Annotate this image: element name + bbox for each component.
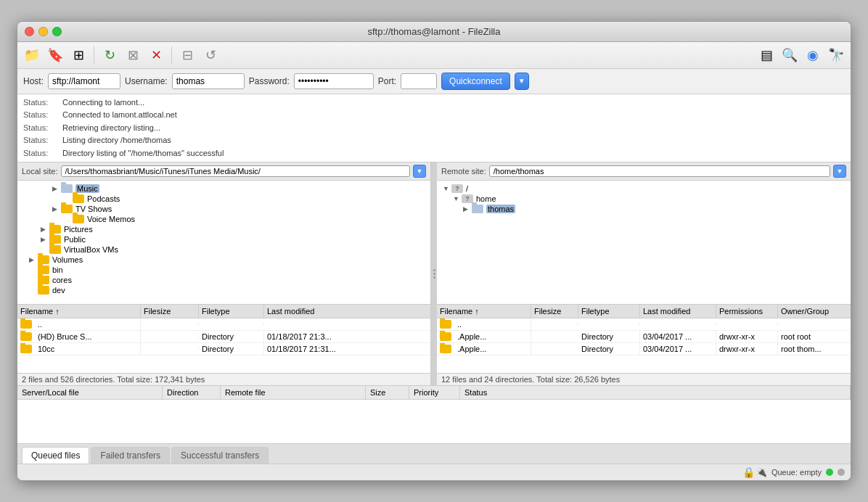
local-path-input[interactable] (61, 165, 410, 177)
status-key-2: Status: (23, 109, 60, 122)
bookmark-icon[interactable]: 🔖 (45, 45, 65, 65)
search-icon[interactable]: 🔍 (779, 45, 800, 65)
local-filesize-1 (141, 347, 199, 350)
local-col-filename[interactable]: Filename ↑ (17, 305, 141, 318)
local-parent-size (141, 323, 199, 326)
local-tree[interactable]: ▶ Music Podcasts ▶ TV Shows Vo (17, 181, 430, 304)
local-filename-0: (HD) Bruce S... (17, 331, 141, 342)
local-file-row-0[interactable]: (HD) Bruce S... Directory 01/18/2017 21:… (17, 331, 430, 343)
tree-item-root[interactable]: ▼ ? / (437, 184, 851, 194)
tree-item-podcasts[interactable]: Podcasts (17, 194, 430, 204)
status-line-3: Status: Retrieving directory listing... (23, 122, 845, 135)
tree-arrow-root: ▼ (443, 185, 451, 192)
local-file-list[interactable]: .. (HD) Bruce S... Directory 01/18/2017 … (17, 318, 430, 373)
binoculars-icon[interactable]: 🔭 (826, 45, 846, 65)
refresh-icon[interactable]: ↻ (99, 45, 120, 65)
tree-item-thomas[interactable]: ▶ thomas (437, 204, 851, 214)
remote-panel-header: Remote site: ▼ (437, 162, 851, 181)
port-input[interactable] (401, 73, 437, 89)
remote-col-owner[interactable]: Owner/Group (778, 305, 851, 318)
transfer-body (17, 400, 851, 443)
status-value-5: Directory listing of "/home/thomas" succ… (62, 147, 224, 160)
tree-item-virtualbox[interactable]: VirtualBox VMs (17, 244, 430, 255)
panel-divider[interactable] (431, 162, 437, 385)
reconnect-icon[interactable]: ↺ (200, 45, 221, 65)
tree-item-cores[interactable]: cores (17, 275, 430, 285)
view-icon[interactable]: ▤ (756, 45, 777, 65)
tree-label-pictures: Pictures (64, 225, 93, 234)
local-col-filetype[interactable]: Filetype (199, 305, 264, 318)
connection-status-icon: 🔌 (756, 467, 767, 477)
tree-item-dev[interactable]: dev (17, 285, 430, 295)
status-key-1: Status: (23, 96, 60, 110)
remote-perms-0: drwxr-xr-x (716, 331, 778, 342)
remote-owner-0: root root (778, 331, 851, 342)
quickconnect-dropdown[interactable]: ▼ (515, 73, 529, 90)
local-parent-modified (264, 323, 430, 326)
remote-col-filetype[interactable]: Filetype (578, 305, 640, 318)
tree-item-music[interactable]: ▶ Music (17, 184, 430, 194)
remote-filetype-0: Directory (578, 331, 640, 342)
quickconnect-button[interactable]: Quickconnect (441, 73, 510, 90)
open-icon[interactable]: 📁 (22, 45, 42, 65)
local-col-modified[interactable]: Last modified (264, 305, 430, 318)
remote-file-header: Filename ↑ Filesize Filetype Last modifi… (437, 304, 851, 318)
transfer-col-status[interactable]: Status (460, 386, 851, 399)
remote-col-permissions[interactable]: Permissions (716, 305, 778, 318)
tab-queued-files[interactable]: Queued files (22, 447, 89, 464)
stop-icon[interactable]: ⊠ (123, 45, 143, 65)
remote-tree[interactable]: ▼ ? / ▼ ? home ▶ thomas (437, 181, 851, 304)
remote-file-row-1[interactable]: .Apple... Directory 03/04/2017 ... drwxr… (437, 343, 851, 355)
status-line-4: Status: Listing directory /home/thomas (23, 134, 845, 147)
tree-label-music: Music (75, 184, 99, 193)
transfer-col-size[interactable]: Size (366, 386, 409, 399)
disconnect-icon[interactable]: ⊟ (177, 45, 197, 65)
local-file-row-1[interactable]: 10cc Directory 01/18/2017 21:31... (17, 343, 430, 355)
tab-failed-transfers[interactable]: Failed transfers (91, 447, 170, 464)
status-value-2: Connected to lamont.attlocal.net (62, 109, 177, 122)
local-file-row-parent[interactable]: .. (17, 318, 430, 331)
local-path-dropdown[interactable]: ▼ (413, 165, 426, 178)
transfer-col-remote[interactable]: Remote file (221, 386, 366, 399)
tree-item-pictures[interactable]: ▶ Pictures (17, 224, 430, 234)
close-button[interactable] (25, 27, 34, 36)
tree-arrow-public: ▶ (41, 236, 49, 243)
password-input[interactable] (294, 73, 374, 89)
tab-successful-transfers[interactable]: Successful transfers (171, 447, 269, 464)
tree-item-volumes[interactable]: ▶ Volumes (17, 255, 430, 265)
transfer-col-server[interactable]: Server/Local file (17, 386, 163, 399)
remote-path-dropdown[interactable]: ▼ (833, 165, 846, 178)
queue-status-label: Queue: empty (771, 468, 822, 477)
transfer-col-priority[interactable]: Priority (409, 386, 460, 399)
remote-parent-perms (716, 323, 778, 326)
tree-item-public[interactable]: ▶ Public (17, 234, 430, 244)
tree-item-bin[interactable]: bin (17, 265, 430, 275)
remote-col-filesize[interactable]: Filesize (531, 305, 578, 318)
tree-item-tvshows[interactable]: ▶ TV Shows (17, 204, 430, 214)
minimize-button[interactable] (38, 27, 48, 36)
maximize-button[interactable] (52, 27, 62, 36)
remote-file-list[interactable]: .. .Apple... Directory 03/04/2017 ... dr… (437, 318, 851, 373)
tree-arrow-home: ▼ (453, 195, 462, 202)
tree-item-home[interactable]: ▼ ? home (437, 194, 851, 204)
remote-path-input[interactable] (489, 165, 830, 177)
tree-label-root: / (466, 184, 468, 193)
transfer-col-direction[interactable]: Direction (163, 386, 221, 399)
tree-label-voicememos: Voice Memos (87, 215, 135, 223)
remote-col-modified[interactable]: Last modified (640, 305, 716, 318)
divider-dot-1 (433, 269, 435, 271)
remote-file-row-0[interactable]: .Apple... Directory 03/04/2017 ... drwxr… (437, 331, 851, 343)
status-line-1: Status: Connecting to lamont... (23, 96, 845, 110)
transfer-header: Server/Local file Direction Remote file … (17, 386, 851, 400)
network-icon[interactable]: ◉ (803, 45, 823, 65)
cancel-icon[interactable]: ✕ (146, 45, 166, 65)
tree-arrow-volumes: ▶ (29, 256, 38, 263)
remote-col-filename[interactable]: Filename ↑ (437, 305, 531, 318)
remote-file-row-parent[interactable]: .. (437, 318, 851, 331)
local-col-filesize[interactable]: Filesize (141, 305, 199, 318)
tabs-icon[interactable]: ⊞ (68, 45, 89, 65)
host-input[interactable] (48, 73, 120, 89)
username-input[interactable] (172, 73, 245, 89)
status-line-2: Status: Connected to lamont.attlocal.net (23, 109, 845, 122)
tree-item-voicememos[interactable]: Voice Memos (17, 214, 430, 224)
